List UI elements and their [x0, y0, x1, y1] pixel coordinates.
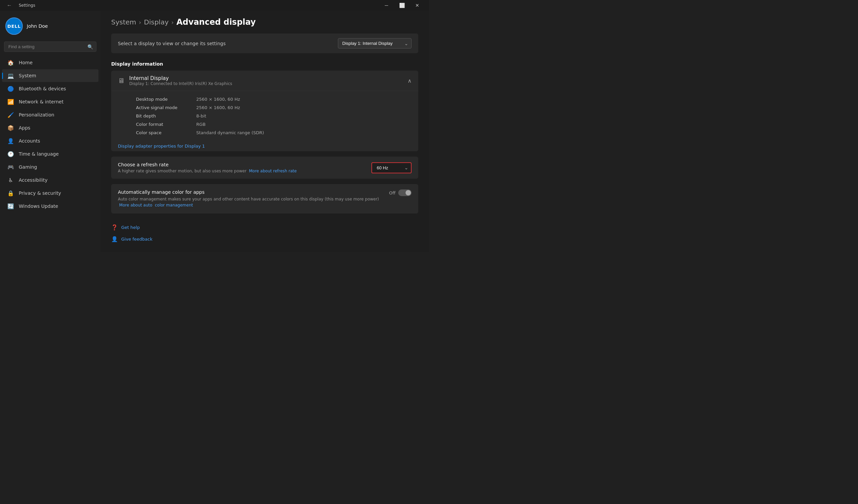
nav-label-bluetooth: Bluetooth & devices — [19, 86, 66, 91]
nav-icon-network: 📶 — [7, 98, 14, 105]
footer-links: ❓ Get help 👤 Give feedback — [111, 222, 418, 245]
give-feedback-link[interactable]: 👤 Give feedback — [111, 233, 418, 245]
get-help-link[interactable]: ❓ Get help — [111, 222, 418, 233]
breadcrumb-display[interactable]: Display — [144, 18, 169, 26]
sidebar: DELL John Doe 🔍 🏠 Home 💻 System 🔵 Blueto… — [0, 11, 100, 252]
display-info-card: 🖥 Internal Display Display 1: Connected … — [111, 70, 418, 151]
refresh-rate-dropdown-wrapper: 60 Hz 48 Hz — [371, 162, 412, 173]
nav-label-accounts: Accounts — [19, 138, 40, 144]
info-row-value: 2560 × 1600, 60 Hz — [196, 105, 240, 110]
info-row-value: 2560 × 1600, 60 Hz — [196, 97, 240, 102]
sidebar-footer — [0, 243, 100, 248]
info-row-label: Color space — [136, 130, 196, 135]
display-info-collapse-icon[interactable]: ∧ — [408, 78, 412, 84]
sidebar-item-system[interactable]: 💻 System — [2, 69, 98, 82]
search-input[interactable] — [4, 42, 96, 52]
nav-label-privacy: Privacy & security — [19, 191, 61, 196]
maximize-button[interactable]: ⬜ — [394, 0, 410, 11]
info-row: Color space Standard dynamic range (SDR) — [129, 129, 418, 137]
nav-icon-accounts: 👤 — [7, 137, 14, 144]
info-row: Bit depth 8-bit — [129, 112, 418, 120]
display-info-rows: Desktop mode 2560 × 1600, 60 Hz Active s… — [111, 91, 418, 141]
color-toggle-label: Off — [389, 191, 396, 195]
info-row-value: RGB — [196, 122, 206, 127]
titlebar: ← Settings ─ ⬜ ✕ — [0, 0, 429, 11]
display-info-title-block: Internal Display Display 1: Connected to… — [129, 75, 232, 86]
info-row: Desktop mode 2560 × 1600, 60 Hz — [129, 95, 418, 103]
color-management-more-link2[interactable]: color management — [155, 203, 193, 208]
breadcrumb-sep-2: › — [172, 19, 174, 26]
breadcrumb-system[interactable]: System — [111, 18, 136, 26]
sidebar-item-time[interactable]: 🕐 Time & language — [2, 148, 98, 160]
nav-label-update: Windows Update — [19, 204, 58, 209]
info-row: Color format RGB — [129, 120, 418, 129]
sidebar-item-accounts[interactable]: 👤 Accounts — [2, 134, 98, 147]
color-management-left: Automatically manage color for apps Auto… — [118, 190, 382, 208]
sidebar-item-bluetooth[interactable]: 🔵 Bluetooth & devices — [2, 82, 98, 95]
get-help-icon: ❓ — [111, 224, 118, 231]
search-icon: 🔍 — [88, 44, 93, 50]
user-name: John Doe — [27, 23, 48, 29]
color-management-toggle[interactable] — [398, 190, 412, 196]
nav-label-personalization: Personalization — [19, 112, 54, 117]
content-area: System › Display › Advanced display Sele… — [100, 11, 429, 252]
info-row-label: Color format — [136, 122, 196, 127]
nav-icon-apps: 📦 — [7, 125, 14, 131]
sidebar-item-gaming[interactable]: 🎮 Gaming — [2, 161, 98, 173]
color-management-toggle-row: Off — [389, 190, 412, 196]
minimize-button[interactable]: ─ — [379, 0, 394, 11]
info-row-value: 8-bit — [196, 113, 206, 118]
sidebar-item-personalization[interactable]: 🖌️ Personalization — [2, 109, 98, 121]
nav-label-gaming: Gaming — [19, 164, 37, 170]
titlebar-left: ← Settings — [4, 1, 35, 10]
refresh-rate-card-left: Choose a refresh rate A higher rate give… — [118, 162, 371, 173]
nav-label-apps: Apps — [19, 125, 31, 131]
nav-icon-personalization: 🖌️ — [7, 111, 14, 118]
nav-icon-bluetooth: 🔵 — [7, 85, 14, 92]
refresh-rate-card: Choose a refresh rate A higher rate give… — [111, 157, 418, 179]
display-selector-label: Select a display to view or change its s… — [118, 41, 226, 46]
display-dropdown-wrapper: Display 1: Internal Display — [338, 38, 412, 49]
nav-icon-gaming: 🎮 — [7, 164, 14, 170]
nav-icon-update: 🔄 — [7, 203, 14, 210]
nav-icon-system: 💻 — [7, 72, 14, 79]
refresh-rate-dropdown[interactable]: 60 Hz 48 Hz — [371, 162, 412, 173]
display-sub: Display 1: Connected to Intel(R) Iris(R)… — [129, 81, 232, 86]
sidebar-item-update[interactable]: 🔄 Windows Update — [2, 200, 98, 212]
nav-icon-home: 🏠 — [7, 59, 14, 66]
color-management-card: Automatically manage color for apps Auto… — [111, 184, 418, 213]
titlebar-title: Settings — [19, 3, 35, 8]
refresh-rate-title: Choose a refresh rate — [118, 162, 365, 167]
color-management-desc: Auto color management makes sure your ap… — [118, 196, 382, 208]
search-box: 🔍 — [4, 42, 96, 52]
user-section: DELL John Doe — [0, 15, 100, 40]
nav-label-network: Network & internet — [19, 99, 64, 104]
sidebar-item-privacy[interactable]: 🔒 Privacy & security — [2, 187, 98, 199]
display-dropdown[interactable]: Display 1: Internal Display — [338, 38, 412, 49]
display-selector-row: Select a display to view or change its s… — [111, 33, 418, 53]
color-management-more-link1[interactable]: More about auto — [119, 203, 153, 208]
dell-logo-text: DELL — [7, 24, 21, 29]
titlebar-controls: ─ ⬜ ✕ — [379, 0, 425, 11]
nav-label-home: Home — [19, 60, 32, 65]
sidebar-item-apps[interactable]: 📦 Apps — [2, 121, 98, 134]
info-row: Active signal mode 2560 × 1600, 60 Hz — [129, 103, 418, 112]
color-management-title: Automatically manage color for apps — [118, 190, 382, 195]
give-feedback-icon: 👤 — [111, 236, 118, 242]
close-button[interactable]: ✕ — [410, 0, 425, 11]
nav-label-system: System — [19, 73, 36, 78]
info-row-label: Bit depth — [136, 113, 196, 118]
info-row-label: Desktop mode — [136, 97, 196, 102]
sidebar-item-network[interactable]: 📶 Network & internet — [2, 95, 98, 108]
adapter-link[interactable]: Display adapter properties for Display 1 — [111, 141, 418, 151]
info-row-value: Standard dynamic range (SDR) — [196, 130, 264, 135]
display-info-header-left: 🖥 Internal Display Display 1: Connected … — [118, 75, 232, 86]
section-title-display-info: Display information — [111, 61, 418, 67]
sidebar-item-accessibility[interactable]: ♿ Accessibility — [2, 174, 98, 186]
display-name: Internal Display — [129, 75, 232, 81]
nav-icon-privacy: 🔒 — [7, 190, 14, 196]
back-button[interactable]: ← — [4, 1, 15, 10]
sidebar-item-home[interactable]: 🏠 Home — [2, 56, 98, 69]
refresh-rate-more-link[interactable]: More about refresh rate — [249, 169, 297, 173]
info-row-label: Active signal mode — [136, 105, 196, 110]
